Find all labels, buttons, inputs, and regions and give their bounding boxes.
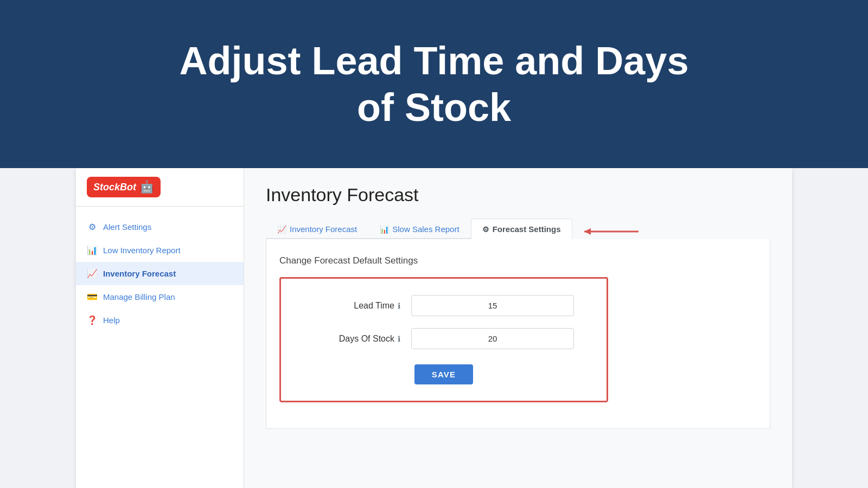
hero-title: Adjust Lead Time and Days of Stock [136,37,732,131]
logo-robot-icon: 🤖 [139,180,154,194]
sidebar-item-inventory-forecast[interactable]: 📈 Inventory Forecast [76,262,244,285]
days-of-stock-label: Days Of Stock ℹ [314,334,400,344]
app-container: StockBot 🤖 ⚙ Alert Settings 📊 Low Invent… [76,168,792,488]
arrow-icon [579,224,644,239]
lead-time-label: Lead Time ℹ [314,301,400,311]
gear-icon: ⚙ [87,222,98,232]
tab-label: Slow Sales Report [392,224,459,234]
tab-forecast-settings[interactable]: ⚙ Forecast Settings [471,219,572,239]
page-title: Inventory Forecast [266,184,770,206]
sidebar-logo: StockBot 🤖 [76,168,244,207]
tab-label: Forecast Settings [493,224,561,234]
tab-inventory-forecast[interactable]: 📈 Inventory Forecast [266,219,368,239]
tabs: 📈 Inventory Forecast 📊 Slow Sales Report… [266,219,572,239]
sidebar-item-label: Alert Settings [103,222,151,232]
logo-text: StockBot [93,182,136,193]
lead-time-info-icon[interactable]: ℹ [398,301,400,310]
days-of-stock-info-icon[interactable]: ℹ [398,335,400,343]
trend-icon: 📈 [87,268,98,279]
save-button-row: SAVE [314,364,574,384]
gear-tab-icon: ⚙ [482,225,489,234]
sidebar: StockBot 🤖 ⚙ Alert Settings 📊 Low Invent… [76,168,244,488]
sidebar-item-label: Inventory Forecast [103,269,176,278]
hero-banner: Adjust Lead Time and Days of Stock [0,0,868,168]
sidebar-nav: ⚙ Alert Settings 📊 Low Inventory Report … [76,207,244,341]
lead-time-input[interactable] [411,295,574,316]
main-content: Inventory Forecast 📈 Inventory Forecast … [244,168,792,488]
trend-tab-icon: 📈 [277,225,286,234]
save-button[interactable]: SAVE [414,364,474,384]
sidebar-item-label: Manage Billing Plan [103,292,175,301]
billing-icon: 💳 [87,292,98,302]
forecast-form-box: Lead Time ℹ Days Of Stock ℹ SAVE [279,277,608,402]
tab-slow-sales-report[interactable]: 📊 Slow Sales Report [368,219,470,239]
tab-label: Inventory Forecast [290,224,357,234]
bar-tab-icon: 📊 [380,225,389,234]
sidebar-item-low-inventory-report[interactable]: 📊 Low Inventory Report [76,239,244,262]
sidebar-item-alert-settings[interactable]: ⚙ Alert Settings [76,215,244,239]
days-of-stock-row: Days Of Stock ℹ [314,328,574,349]
lead-time-row: Lead Time ℹ [314,295,574,316]
sidebar-item-help[interactable]: ❓ Help [76,309,244,332]
tab-panel-forecast-settings: Change Forecast Default Settings Lead Ti… [266,239,770,429]
bar-chart-icon: 📊 [87,245,98,255]
arrow-annotation [579,224,644,239]
panel-section-title: Change Forecast Default Settings [279,255,757,266]
help-icon: ❓ [87,315,98,325]
sidebar-item-manage-billing-plan[interactable]: 💳 Manage Billing Plan [76,285,244,309]
logo-box[interactable]: StockBot 🤖 [87,177,161,197]
svg-marker-1 [584,228,591,235]
tabs-row: 📈 Inventory Forecast 📊 Slow Sales Report… [266,219,770,239]
days-of-stock-input[interactable] [411,328,574,349]
sidebar-item-label: Low Inventory Report [103,246,181,255]
sidebar-item-label: Help [103,316,120,325]
